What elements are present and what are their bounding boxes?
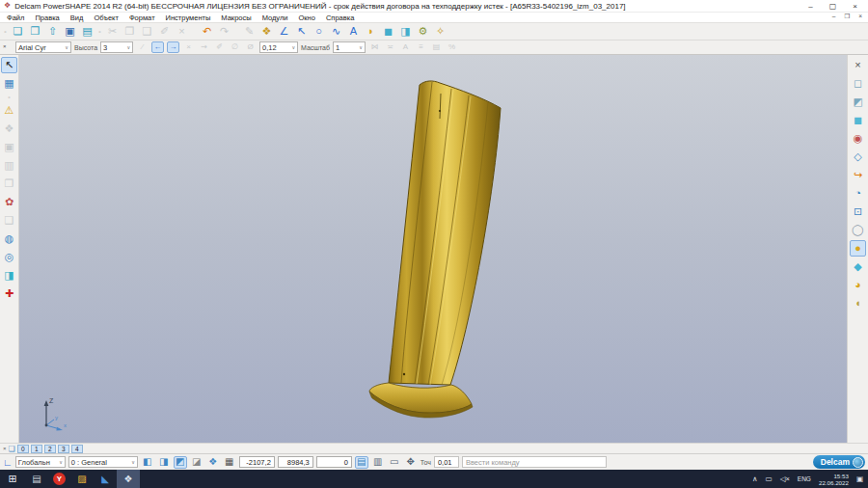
render-preview-icon[interactable]: ◍ [1,230,17,247]
blend-icon[interactable]: ❖ [1,121,17,137]
app-pc-icon[interactable]: ▤ [25,470,48,488]
convert-warning-icon[interactable]: ⚠ [1,102,17,119]
show-box-icon[interactable]: ◨ [1,267,17,284]
workplane-icon[interactable]: ❖ [258,24,275,40]
view-hidden-line-icon[interactable]: ◩ [850,94,866,110]
select-cursor-icon[interactable]: ↖ [1,57,17,73]
clock[interactable]: 15:53 22.06.2022 [819,473,849,486]
scale-select[interactable]: 1 ∨ [333,41,366,53]
line-spacing-icon[interactable]: ≡ [415,41,427,53]
zoom-selection-icon[interactable]: ◎ [1,249,17,265]
print-icon[interactable]: ▤ [79,24,95,40]
language-indicator[interactable]: ENG [798,475,811,482]
menu-item[interactable]: Модули [262,14,288,22]
blade-model[interactable] [369,81,501,418]
feature-icon[interactable]: ◨ [397,24,414,40]
app-cad-icon[interactable]: ◣ [94,470,117,488]
snap-mask-icon[interactable]: ✥ [404,456,418,469]
keyboard-entry-icon[interactable]: ▭ [388,456,401,469]
cut-icon[interactable]: ✂ [104,24,121,40]
position-list-icon[interactable]: ▤ [355,456,368,469]
zoom-full-icon[interactable]: ↪ [850,167,866,183]
italic-style-icon[interactable]: ⁄ [136,41,149,53]
menu-item[interactable]: Объект [94,14,119,22]
curve-icon[interactable]: ∿ [328,24,344,40]
display-icon[interactable]: ▭ [766,474,773,483]
grid-toggle-icon[interactable]: ▦ [223,456,236,469]
start-button[interactable]: ⊞ [0,470,25,488]
redo-icon[interactable]: ↷ [216,24,232,40]
copy-icon[interactable]: ❐ [122,24,138,40]
smart-surfacer-icon[interactable]: ◩ [174,456,187,469]
kerning-icon[interactable]: ⋈ [368,41,381,53]
app-yandex-browser-icon[interactable]: Y [53,473,66,485]
lighting-icon[interactable]: ◖ [850,295,866,312]
gears-icon[interactable]: ⚙ [415,24,431,40]
close-format-toolbar-icon[interactable]: × [3,43,13,52]
surface-icon[interactable]: ◗ [363,24,379,40]
level-chip[interactable]: 2 [44,445,56,453]
mdi-close-button[interactable]: × [858,13,862,20]
diameter-symbol-icon[interactable]: ∅ [229,41,241,53]
globe-wireframe-icon[interactable]: ◯ [850,222,866,238]
model-doctor-icon[interactable]: ✚ [1,285,17,302]
circle-icon[interactable]: ○ [311,24,327,40]
minimize-button[interactable]: – [808,0,812,13]
save-model-icon[interactable]: ▣ [62,24,78,40]
height-select[interactable]: 3 ∨ [100,41,133,53]
sketch-icon[interactable]: ✎ [241,24,258,40]
import-file-icon[interactable]: ⇧ [44,24,61,40]
app-explorer-icon[interactable]: ▨ [70,470,94,488]
mdi-restore-button[interactable]: ❐ [844,13,850,20]
level-chip[interactable]: 1 [31,445,42,453]
menu-item[interactable]: Вид [70,14,84,22]
level-chip[interactable]: 4 [71,445,83,453]
text-on-curve-icon[interactable]: ⇝ [198,41,210,53]
polyline-icon[interactable]: ∠ [276,24,292,40]
speaker-muted-icon[interactable]: ◁× [780,474,790,483]
tray-chevron-icon[interactable]: ∧ [752,474,758,483]
dynamic-sectioning-icon[interactable]: ◆ [850,258,866,275]
viewport-canvas[interactable]: Z x y [19,55,847,443]
level-chip[interactable]: 3 [58,445,69,453]
level-chip[interactable]: 0 [17,445,29,453]
globe-shaded-icon[interactable]: ● [850,240,866,257]
arrow-icon[interactable]: ↖ [293,24,310,40]
format-painter-icon[interactable]: ✐ [156,24,173,40]
morph-icon[interactable]: ▣ [1,139,17,155]
shading-mode-icon[interactable]: ◕ [850,277,866,293]
view-wireframe-icon[interactable]: ◻ [850,75,866,92]
calculator-icon[interactable]: ▥ [371,456,385,469]
edit-text-icon[interactable]: ✐ [213,41,226,53]
pitch-select[interactable]: 0,12 ∨ [259,41,298,53]
text-icon[interactable]: A [345,24,362,40]
menu-item[interactable]: Формат [129,14,155,22]
maximize-button[interactable]: ▢ [829,0,837,13]
align-right-arrow-icon[interactable]: → [167,41,179,53]
menu-item[interactable]: Инструменты [166,14,211,22]
menu-item[interactable]: Файл [7,14,24,22]
wrap-icon[interactable]: ▥ [1,157,17,174]
mdi-minimize-button[interactable]: – [832,13,836,20]
spacing-icon[interactable]: ≍ [384,41,396,53]
close-levels-icon[interactable]: × [3,446,7,451]
app-powershape-icon[interactable]: ❖ [117,470,140,488]
align-left-arrow-icon[interactable]: ← [151,41,164,53]
unwrap-icon[interactable]: ❐ [1,176,17,192]
create-solid-toggle-icon[interactable]: ◨ [157,456,171,469]
font-case-icon[interactable]: A [399,41,412,53]
delete-text-icon[interactable]: × [182,41,195,53]
intelligent-cursor-icon[interactable]: ❖ [206,456,220,469]
close-button[interactable]: × [853,0,857,13]
create-surface-toggle-icon[interactable]: ◧ [141,456,154,469]
zoom-page-icon[interactable]: ◔ [850,185,866,202]
menu-item[interactable]: Правка [35,14,59,22]
menu-item[interactable]: Окно [299,14,315,22]
solid-icon[interactable]: ◼ [380,24,396,40]
percent-icon[interactable]: % [446,41,458,53]
menu-item[interactable]: Справка [326,14,354,22]
undo-icon[interactable]: ↶ [199,24,215,40]
font-select[interactable]: Arial Cyr ∨ [15,41,71,53]
workplane-editor-icon[interactable]: ▦ [1,75,17,92]
corner-toggle-icon[interactable]: ◪ [190,456,203,469]
